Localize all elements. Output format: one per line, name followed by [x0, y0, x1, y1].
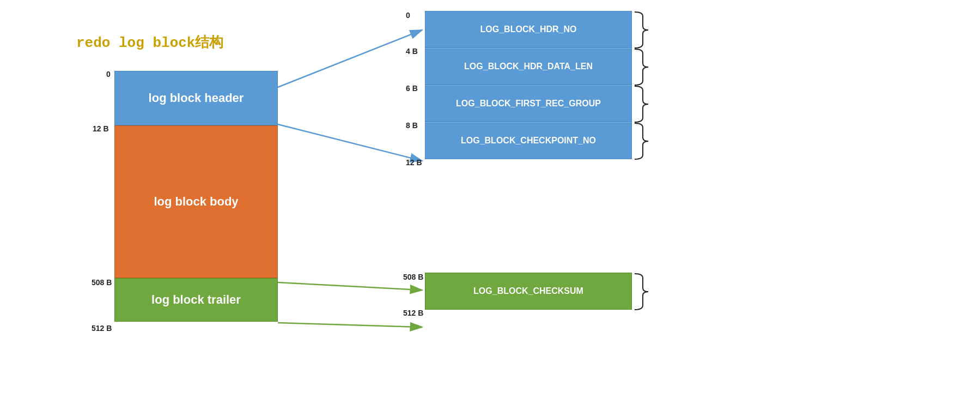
hdr-row-4: LOG_BLOCK_CHECKPOINT_NO	[425, 122, 632, 159]
block-trailer-box: log block trailer	[114, 278, 278, 322]
label-0-left: 0	[106, 70, 111, 79]
diagram-title: redo log block结构	[76, 33, 223, 52]
block-structure: log block header log block body log bloc…	[114, 71, 278, 322]
label-12b-left: 12 B	[93, 124, 109, 133]
trailer-detail: 508 B 512 B LOG_BLOCK_CHECKSUM 4字节	[425, 273, 632, 310]
hdr-row-2: LOG_BLOCK_HDR_DATA_LEN	[425, 48, 632, 85]
hdr-row-3: LOG_BLOCK_FIRST_REC_GROUP	[425, 85, 632, 122]
hdr-byte-0: 0	[406, 11, 410, 20]
label-512b-left: 512 B	[92, 324, 112, 333]
block-body-box: log block body	[114, 125, 278, 278]
block-header-label: log block header	[149, 91, 244, 105]
trl-row-1: LOG_BLOCK_CHECKSUM	[425, 273, 632, 310]
label-508b-left: 508 B	[92, 278, 112, 287]
hdr-byte-8b: 8 B	[406, 121, 418, 130]
trl-byte-512b: 512 B	[403, 309, 423, 317]
hdr-row-1: LOG_BLOCK_HDR_NO	[425, 11, 632, 48]
header-detail: 0 4 B 6 B 8 B 12 B LOG_BLOCK_HDR_NO LOG_…	[425, 11, 632, 159]
hdr-byte-12b: 12 B	[406, 158, 422, 167]
hdr-byte-4b: 4 B	[406, 47, 418, 56]
hdr-byte-6b: 6 B	[406, 84, 418, 93]
block-trailer-label: log block trailer	[151, 293, 241, 307]
trl-byte-508b: 508 B	[403, 273, 423, 281]
block-body-label: log block body	[154, 195, 238, 209]
block-header-box: log block header	[114, 71, 278, 125]
